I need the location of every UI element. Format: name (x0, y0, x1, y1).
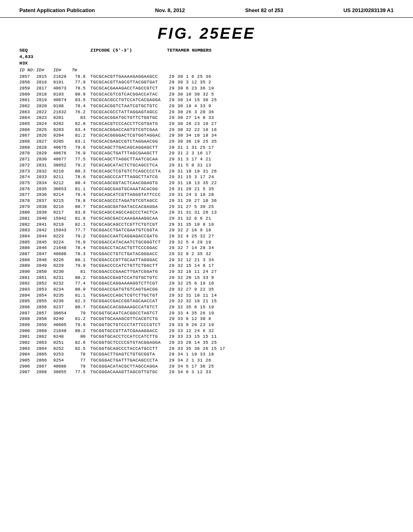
cell-zip: TGCGCAGCCCATTTAGGCTTATCG (87, 174, 166, 180)
cell-zip: TGCGGACCGACCGGTAGCAACCAT (87, 298, 166, 304)
cell-tm: 78.8 (72, 74, 87, 80)
cell-id2: 9234 (53, 287, 72, 293)
cell-tm: 82.1 (72, 222, 87, 228)
cell-tm: 80.7 (72, 204, 87, 210)
cell-tet: 29 30 6 23 36 19 (166, 85, 394, 91)
table-body: 285728152162978.8TGCGCACGTTGAAAAGAGGAAGC… (19, 74, 394, 375)
cell-seq: 2864 (19, 115, 36, 121)
page-header: Patent Application Publication Nov. 8, 2… (0, 0, 413, 18)
table-row: 28742833921178.6TGCGCAGCCCATTTAGGCTTATCG… (19, 174, 394, 180)
cell-tm: 81 (72, 269, 87, 275)
cell-tet: 29 31 18 13 35 22 (166, 180, 394, 186)
table-row: 288728474068078.3TGCGGACCTGTCTGATACGGGAC… (19, 251, 394, 257)
table-row: 288128401594281.8TGCGCAGCGACCAAAGAAAGGCA… (19, 216, 394, 222)
cell-id2: 9212 (53, 180, 72, 186)
cell-tet: 29 32 16 11 24 27 (166, 269, 394, 275)
cell-id1: 2848 (36, 257, 53, 263)
cell-seq: 2893 (19, 287, 36, 293)
cell-id1: 2851 (36, 275, 53, 281)
cell-tm: 83.1 (72, 139, 87, 145)
cell-seq: 2857 (19, 74, 36, 80)
cell-id1: 2816 (36, 79, 53, 85)
cell-zip: TGCGCAGCATCGTTAGGGTATTCCC (87, 192, 166, 198)
cell-tet: 29 31 20 21 5 35 (166, 186, 394, 192)
cell-id2: 9216 (53, 204, 72, 210)
cell-id2: 9211 (53, 174, 72, 180)
cell-id2: 9237 (53, 304, 72, 310)
table-row: 28882848922680.1TGCGGACCCGTTGCAATTAGGGAC… (19, 257, 394, 263)
header-right: US 2012/0283139 A1 (343, 7, 394, 13)
cell-id2: 9226 (53, 257, 72, 263)
cell-id2: 9230 (53, 269, 72, 275)
cell-seq: 2885 (19, 239, 36, 245)
cell-id1: 2835 (36, 186, 53, 192)
cell-seq: 2882 (19, 222, 36, 228)
cell-zip: TGCGGACCAGGAAAAGGTCTTCGT (87, 281, 166, 287)
cell-seq: 2907 (19, 369, 36, 375)
cell-id1: 2834 (36, 180, 53, 186)
cell-id2: 9201 (53, 115, 72, 121)
cell-id1: 2824 (36, 121, 53, 127)
cell-id2: 9251 (53, 340, 72, 346)
cell-id1: 2866 (36, 357, 53, 364)
cell-id2: 40680 (53, 251, 72, 257)
cell-id2: 9240 (53, 316, 72, 322)
cell-tm: 83.5 (72, 97, 87, 103)
cell-id2: 9205 (53, 139, 72, 145)
cell-tm: 79.9 (72, 322, 87, 328)
cell-tet: 29 32 15 14 8 17 (166, 263, 394, 269)
cell-id1: 2825 (36, 127, 53, 133)
cell-id2: 9193 (53, 91, 72, 98)
cell-id2: 9210 (53, 168, 72, 175)
table-row: 28582816919177.9TGCGCACGTTAGCGTTACGGTGAT… (19, 79, 394, 85)
subheader-idno: ID NO: (19, 67, 36, 73)
cell-id2: 30653 (53, 186, 72, 192)
cell-seq: 2858 (19, 79, 36, 85)
cell-tet: 29 30 34 10 18 34 (166, 133, 394, 139)
cell-id2: 9229 (53, 263, 72, 269)
cell-tm: 80.3 (72, 168, 87, 175)
cell-id2: 15943 (53, 227, 72, 233)
cell-zip: TGCGGACCCAGCTCGTCTTGCTGT (87, 293, 166, 299)
table-row: 28652824920282.8TGCGCACGTCCCACCTTCGTGATG… (19, 121, 394, 127)
cell-tet: 29 32 32 18 21 15 (166, 298, 394, 304)
cell-id1: 2865 (36, 351, 53, 357)
cell-tm: 78 (72, 351, 87, 357)
cell-seq: 2901 (19, 334, 36, 340)
cell-tm: 77.4 (72, 281, 87, 287)
cell-tm: 80.7 (72, 304, 87, 310)
cell-tet: 29 34 6 3 12 33 (166, 369, 394, 375)
cell-tet: 29 33 12 24 6 32 (166, 328, 394, 334)
cell-zip: TGCGCAGCCCTAGATGTCGTAGCC (87, 198, 166, 204)
cell-id1: 2845 (36, 239, 53, 245)
table-row: 29052866925477TGCGGGACTGATTTGACAGCCCTA29… (19, 357, 394, 364)
cell-tet: 29 30 28 23 10 27 (166, 121, 394, 127)
cell-zip: TGCGCAGCATACTCTGCAGCCTCA (87, 162, 166, 168)
cell-zip: TGCGGACCACGGAAAGCCATGTCT (87, 304, 166, 310)
cell-zip: TGCGCAGCTGATTTAGCGAAGCTT (87, 150, 166, 156)
table-row: 28842844922379.2TGCGGACCAATCAGGAGACCGATG… (19, 233, 394, 239)
cell-id1: 2818 (36, 91, 53, 98)
cell-tet: 29 33 23 15 15 11 (166, 334, 394, 340)
cell-tm: 76.9 (72, 150, 87, 156)
cell-id1: 2863 (36, 340, 53, 346)
cell-zip: TGCGGACCATACAATCTGCGGGTCT (87, 239, 166, 245)
col-header-id1 (36, 47, 53, 66)
cell-seq: 2863 (19, 109, 36, 115)
cell-tet: 29 31 32 6 6 21 (166, 216, 394, 222)
cell-tm: 82.6 (72, 340, 87, 346)
cell-id1: 2827 (36, 139, 53, 145)
table-row: 29022863925182.6TGCGGTGCTCCCCGTGTACGGAGG… (19, 340, 394, 346)
cell-id2: 9215 (53, 198, 72, 204)
table-row: 28642823920183TGCGCACGGATGCTGTTCTGGTGC29… (19, 115, 394, 121)
cell-tm: 77.5 (72, 369, 87, 375)
cell-zip: TGCGCACGGGGACTCGTGGTAGGAC (87, 133, 166, 139)
cell-seq: 2898 (19, 316, 36, 322)
subheader-id2: ID# (53, 67, 72, 73)
cell-zip: TGCGGTGCTCCCCGTGTACGGAGGA (87, 340, 166, 346)
table-row: 28782837921578.8TGCGCAGCCCTAGATGTCGTAGCC… (19, 198, 394, 204)
cell-seq: 2892 (19, 281, 36, 287)
cell-zip: TGCGCAGCGATGATACCACGAGGA (87, 204, 166, 210)
cell-id2: 40686 (53, 364, 72, 370)
cell-id2: 9202 (53, 121, 72, 127)
